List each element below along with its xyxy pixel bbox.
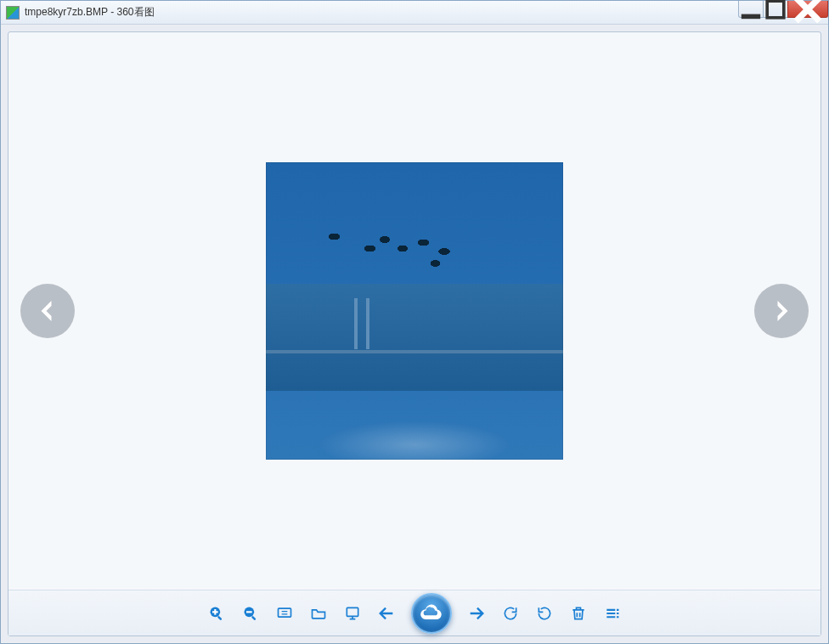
svg-rect-8 [246,611,252,613]
app-window: tmpe8kyr7zb.BMP - 360看图 [0,0,829,644]
app-icon [6,6,20,20]
zoom-out-button[interactable] [241,604,260,623]
svg-rect-7 [251,615,257,620]
rotate-ccw-button[interactable] [535,604,554,623]
rotate-cw-icon [502,605,519,622]
svg-rect-0 [742,14,760,19]
folder-open-icon [310,605,327,622]
trash-icon [570,605,587,622]
toolbar-prev-button[interactable] [377,604,396,623]
title-filename: tmpe8kyr7zb.BMP [25,6,108,18]
maximize-icon [764,0,787,21]
svg-rect-3 [217,615,223,620]
window-title: tmpe8kyr7zb.BMP - 360看图 [25,5,155,20]
slideshow-icon [344,605,361,622]
svg-rect-1 [767,1,784,18]
fit-screen-icon [276,605,293,622]
window-controls [739,1,828,18]
zoom-in-icon [208,605,225,622]
minimize-button[interactable] [738,1,764,18]
maximize-button[interactable] [763,1,788,18]
svg-rect-5 [212,611,218,613]
open-folder-button[interactable] [309,604,328,623]
displayed-image [266,162,563,460]
arrow-left-icon [377,602,396,625]
image-canvas[interactable] [8,32,821,590]
more-button[interactable] [603,604,622,623]
close-button[interactable] [787,1,828,18]
viewer-frame [8,31,821,636]
rotate-ccw-icon [536,605,553,622]
slideshow-button[interactable] [343,604,362,623]
minimize-icon [739,0,763,21]
delete-button[interactable] [569,604,588,623]
cloud-icon [420,602,443,625]
zoom-out-icon [242,605,259,622]
title-appname: 360看图 [117,6,155,18]
bottom-toolbar [8,590,821,636]
svg-rect-9 [279,608,291,617]
fit-screen-button[interactable] [275,604,294,623]
close-icon [788,0,827,29]
title-separator: - [108,6,117,18]
rotate-cw-button[interactable] [501,604,520,623]
zoom-in-button[interactable] [207,604,226,623]
next-image-button[interactable] [754,284,809,338]
titlebar: tmpe8kyr7zb.BMP - 360看图 [1,1,828,25]
arrow-right-icon [766,296,797,326]
arrow-right-icon [467,602,486,625]
more-icon [604,605,621,622]
toolbar-next-button[interactable] [467,604,486,623]
svg-rect-10 [347,607,358,616]
cloud-button[interactable] [411,593,452,634]
prev-image-button[interactable] [20,284,75,338]
arrow-left-icon [32,296,63,326]
